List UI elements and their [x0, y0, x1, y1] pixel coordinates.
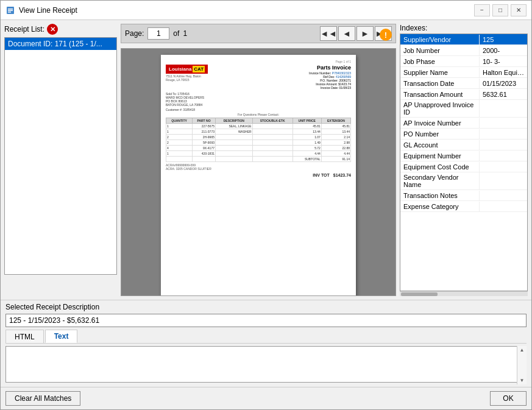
- page-label: Page:: [125, 29, 144, 38]
- index-key-po-number: PO Number: [400, 129, 480, 139]
- index-val-supplier-name: Halton Equipm: [480, 68, 527, 77]
- ok-button[interactable]: OK: [490, 391, 527, 406]
- index-val-equipment-number: [480, 155, 527, 157]
- svg-rect-2: [8, 10, 13, 11]
- index-row-ap-unapproved[interactable]: AP Unapproved Invoice ID: [400, 100, 527, 118]
- scrollbar-thumb: [401, 292, 438, 296]
- invoice-total: INV TOT $1423.74: [166, 173, 351, 177]
- index-val-transaction-notes: [480, 194, 527, 197]
- indexes-box[interactable]: Supplier/Vendor 125 Job Number 2000- Job…: [400, 34, 528, 291]
- window-controls: − □ ✕: [474, 4, 527, 16]
- content-area: Receipt List: ✕ Document ID: 171 (125 - …: [1, 20, 531, 300]
- scroll-down-arrow[interactable]: ▼: [520, 378, 525, 383]
- index-val-po-number: [480, 133, 527, 135]
- index-val-expense-category: [480, 205, 527, 208]
- index-key-equipment-number: Equipment Number: [400, 151, 480, 161]
- index-val-secondary-vendor: [480, 180, 527, 182]
- index-key-supplier-name: Supplier Name: [400, 68, 480, 77]
- index-key-supplier: Supplier/Vendor: [400, 35, 480, 44]
- page-nav-bar: Page: of 1 ! ◄◄ ◄ ► ►►: [121, 24, 396, 43]
- index-key-ap-invoice: AP Invoice Number: [400, 118, 480, 128]
- index-row-job-phase[interactable]: Job Phase 10- 3-: [400, 56, 527, 67]
- right-panel: Indexes: Supplier/Vendor 125 Job Number …: [400, 24, 528, 296]
- receipt-list-label: Receipt List:: [4, 25, 44, 34]
- maximize-button[interactable]: □: [492, 4, 508, 16]
- index-val-ap-invoice: [480, 122, 527, 124]
- index-row-transaction-notes[interactable]: Transaction Notes: [400, 190, 527, 201]
- index-row-equipment-cost[interactable]: Equipment Cost Code: [400, 161, 527, 172]
- minimize-button[interactable]: −: [474, 4, 490, 16]
- first-page-button[interactable]: ◄◄: [320, 26, 337, 41]
- index-key-expense-category: Expense Category: [400, 202, 480, 211]
- index-row-job-number[interactable]: Job Number 2000-: [400, 45, 527, 56]
- svg-rect-3: [8, 12, 11, 13]
- index-key-secondary-vendor: Secondary Vendor Name: [400, 172, 480, 189]
- index-row-supplier[interactable]: Supplier/Vendor 125: [400, 34, 527, 45]
- page-of-label: of: [173, 29, 179, 38]
- index-row-ap-invoice[interactable]: AP Invoice Number: [400, 118, 527, 129]
- index-row-expense-category[interactable]: Expense Category: [400, 201, 527, 212]
- left-panel: Receipt List: ✕ Document ID: 171 (125 - …: [4, 24, 117, 296]
- selected-receipt-label: Selected Receipt Description: [5, 303, 527, 311]
- index-val-ap-unapproved: [480, 107, 527, 110]
- document-preview: Page 1 of 1 Louisiana CAT 7511 N Airline…: [121, 48, 396, 296]
- text-content-area[interactable]: [5, 346, 527, 383]
- index-key-job-phase: Job Phase: [400, 57, 480, 66]
- invoice-table: QUANTITY PART NO DESCRIPTION STOCK/BLK-E…: [166, 118, 351, 162]
- selected-receipt-input[interactable]: [5, 314, 527, 327]
- text-area-scrollbar[interactable]: ▲ ▼: [517, 346, 527, 384]
- index-row-gl-account[interactable]: GL Account: [400, 140, 527, 150]
- index-key-transaction-date: Transaction Date: [400, 79, 480, 88]
- svg-rect-1: [8, 9, 13, 10]
- index-row-po-number[interactable]: PO Number: [400, 129, 527, 140]
- doc-page-1: Page 1 of 1 Louisiana CAT 7511 N Airline…: [161, 55, 356, 296]
- center-panel: Page: of 1 ! ◄◄ ◄ ► ►► Page 1 of: [121, 24, 396, 296]
- tab-html[interactable]: HTML: [5, 330, 44, 343]
- index-key-gl-account: GL Account: [400, 140, 480, 150]
- indexes-scrollbar[interactable]: [400, 291, 528, 296]
- prev-page-button[interactable]: ◄: [338, 26, 355, 41]
- index-val-job-phase: 10- 3-: [480, 57, 527, 66]
- index-row-secondary-vendor[interactable]: Secondary Vendor Name: [400, 172, 527, 190]
- index-val-job-number: 2000-: [480, 46, 527, 55]
- title-bar: View Line Receipt − □ ✕: [1, 1, 531, 20]
- page-number-input[interactable]: [147, 27, 169, 40]
- index-val-transaction-date: 01/15/2023: [480, 79, 527, 88]
- invoice-title: Parts Invoice Invoice Number: P784030232…: [309, 65, 351, 90]
- receipt-list-item[interactable]: Document ID: 171 (125 - 1/...: [5, 38, 116, 50]
- index-val-equipment-cost: [480, 166, 527, 168]
- clear-all-matches-button[interactable]: Clear All Matches: [5, 391, 80, 406]
- window-title: View Line Receipt: [19, 6, 474, 15]
- index-key-transaction-notes: Transaction Notes: [400, 191, 480, 200]
- tab-text[interactable]: Text: [45, 330, 78, 343]
- index-val-supplier: 125: [480, 35, 527, 44]
- index-row-supplier-name[interactable]: Supplier Name Halton Equipm: [400, 67, 527, 78]
- index-row-transaction-amount[interactable]: Transaction Amount 5632.61: [400, 89, 527, 100]
- receipt-list-box[interactable]: Document ID: 171 (125 - 1/...: [4, 37, 117, 275]
- clear-receipt-button[interactable]: ✕: [47, 24, 58, 35]
- index-key-transaction-amount: Transaction Amount: [400, 90, 480, 99]
- text-area-container: ▲ ▼: [5, 346, 527, 384]
- index-key-ap-unapproved: AP Unapproved Invoice ID: [400, 100, 480, 117]
- bottom-area: Selected Receipt Description HTML Text ▲…: [1, 300, 531, 387]
- next-page-button[interactable]: ►: [356, 26, 374, 41]
- index-row-transaction-date[interactable]: Transaction Date 01/15/2023: [400, 78, 527, 89]
- close-button[interactable]: ✕: [511, 4, 527, 16]
- index-val-gl-account: [480, 144, 527, 146]
- total-pages-label: 1: [183, 29, 187, 38]
- cat-label: CAT: [193, 66, 205, 72]
- index-key-equipment-cost: Equipment Cost Code: [400, 162, 480, 172]
- index-val-transaction-amount: 5632.61: [480, 90, 527, 99]
- receipt-list-header: Receipt List: ✕: [4, 24, 117, 35]
- footer-bar: Clear All Matches OK: [1, 387, 531, 409]
- main-window: View Line Receipt − □ ✕ Receipt List: ✕ …: [0, 0, 532, 410]
- index-key-job-number: Job Number: [400, 46, 480, 55]
- invoice-logo: Louisiana CAT: [166, 65, 208, 74]
- window-icon: [5, 5, 15, 15]
- index-row-equipment-number[interactable]: Equipment Number: [400, 150, 527, 161]
- warning-badge: !: [380, 29, 392, 41]
- indexes-label: Indexes:: [400, 24, 528, 32]
- tabs-row: HTML Text: [5, 330, 527, 344]
- scroll-up-arrow[interactable]: ▲: [520, 347, 525, 353]
